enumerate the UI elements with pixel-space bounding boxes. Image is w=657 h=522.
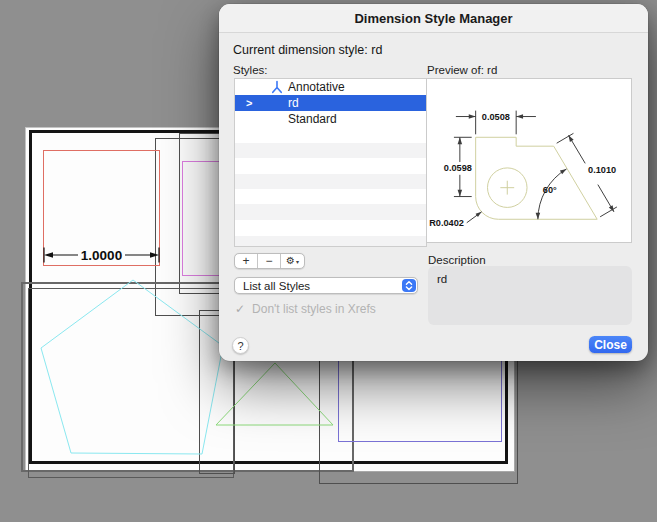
- description-label: Description: [428, 254, 486, 266]
- close-button-label: Close: [594, 338, 627, 352]
- styles-list: Annotative > rd Standard: [234, 78, 427, 247]
- styles-label: Styles:: [233, 64, 268, 76]
- preview-part-outline: [476, 137, 598, 219]
- question-mark-icon: ?: [237, 340, 243, 352]
- styles-list-empty-rows: [235, 127, 426, 247]
- dropdown-stepper-icon: [402, 279, 416, 292]
- help-button[interactable]: ?: [232, 337, 249, 354]
- gear-icon: ⚙: [286, 256, 295, 266]
- style-row-label: Standard: [288, 112, 337, 126]
- add-style-button[interactable]: +: [235, 254, 258, 268]
- style-actions-button[interactable]: ⚙ ▾: [281, 254, 304, 268]
- dialog-titlebar: Dimension Style Manager: [219, 4, 648, 33]
- style-row-annotative[interactable]: Annotative: [235, 79, 426, 95]
- dimension-style-manager-dialog: Dimension Style Manager Current dimensio…: [219, 4, 648, 361]
- close-button[interactable]: Close: [589, 336, 632, 353]
- style-toolbar: + − ⚙ ▾: [234, 253, 305, 269]
- remove-style-button[interactable]: −: [258, 254, 281, 268]
- desktop: 1.0000 Dimension Style Manager Current d…: [0, 0, 657, 522]
- dialog-title: Dimension Style Manager: [354, 11, 512, 26]
- caret-down-icon: ▾: [296, 258, 299, 265]
- dim-angle-text: 60°: [543, 185, 557, 195]
- style-row-label: rd: [288, 96, 299, 110]
- xrefs-checkbox-label: Don't list styles in Xrefs: [252, 302, 376, 316]
- description-text: rd: [437, 273, 447, 285]
- preview-box: 0.0508 0.0598 0.1010 60° R0.0402: [426, 78, 632, 243]
- dim-diagonal-text: 0.1010: [588, 165, 616, 175]
- chevron-right-icon: >: [246, 97, 252, 109]
- dim-top-text: 0.0508: [482, 112, 510, 122]
- preview-label: Preview of: rd: [427, 64, 497, 76]
- style-row-rd[interactable]: > rd: [235, 95, 426, 111]
- xrefs-checkbox[interactable]: ✓ Don't list styles in Xrefs: [235, 302, 376, 316]
- plus-icon: +: [242, 254, 249, 268]
- description-box: rd: [428, 266, 632, 325]
- style-row-label: Annotative: [288, 80, 345, 94]
- dim-radius-text: R0.0402: [429, 218, 464, 228]
- dimension-value-text: 1.0000: [81, 248, 122, 263]
- list-filter-dropdown[interactable]: List all Styles: [234, 277, 418, 294]
- dropdown-value: List all Styles: [235, 280, 402, 292]
- style-row-standard[interactable]: Standard: [235, 111, 426, 127]
- dim-left-text: 0.0598: [444, 163, 472, 173]
- preview-canvas: 0.0508 0.0598 0.1010 60° R0.0402: [427, 79, 631, 242]
- minus-icon: −: [265, 254, 272, 268]
- checkmark-icon: ✓: [235, 302, 245, 316]
- current-style-text: Current dimension style: rd: [233, 43, 382, 57]
